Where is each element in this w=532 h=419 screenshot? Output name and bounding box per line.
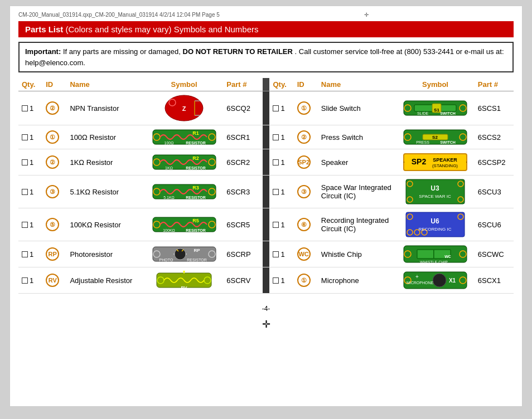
header-symbol: Symbol	[145, 78, 223, 91]
part-right: 6SCU6	[475, 208, 514, 241]
id-left: ⑤	[42, 208, 66, 241]
name-left: 1KΩ Resistor	[66, 149, 144, 176]
divider-cell	[263, 149, 270, 176]
svg-point-69	[175, 249, 186, 260]
name-right: Microphone	[318, 267, 396, 294]
top-bar-text: CM-200_Manual_031914.qxp_CM-200_Manual_0…	[18, 12, 220, 18]
parts-title: Parts List	[25, 25, 63, 34]
parts-title-suffix: (Colors and styles may vary) Symbols and…	[66, 25, 259, 34]
symbol-left: RV	[145, 267, 223, 294]
svg-text:R5: R5	[192, 218, 199, 223]
svg-text:1KΩ: 1KΩ	[165, 166, 173, 170]
header-id: ID	[42, 78, 66, 91]
svg-text:SP2: SP2	[412, 157, 427, 166]
svg-text:RESISTOR: RESISTOR	[186, 228, 206, 232]
name-left: Adjustable Resistor	[66, 267, 144, 294]
svg-text:PHOTO: PHOTO	[159, 258, 173, 262]
symbol-left: 100KΩ RESISTOR R5	[145, 208, 223, 241]
id-right: ⑥	[294, 208, 318, 241]
svg-text:U6: U6	[431, 217, 439, 225]
id-right: ③	[294, 176, 318, 208]
important-label: Important:	[25, 47, 61, 56]
name-left: NPN Transistor	[66, 91, 144, 125]
name-right: Press Switch	[318, 125, 396, 149]
name-left: 5.1KΩ Resistor	[66, 176, 144, 208]
header-qty: Qty.	[18, 78, 42, 91]
svg-text:S2: S2	[432, 135, 438, 140]
svg-text:(STANDING): (STANDING)	[432, 163, 458, 168]
id-right: ①	[294, 267, 318, 294]
qty-right: 1	[269, 91, 293, 125]
svg-text:WHISTLE CHIP: WHISTLE CHIP	[420, 260, 448, 264]
header-qty2: Qty.	[269, 78, 293, 91]
svg-text:100Ω: 100Ω	[164, 141, 173, 145]
page: CM-200_Manual_031914.qxp_CM-200_Manual_0…	[9, 6, 523, 407]
qty-right: 1	[269, 125, 293, 149]
svg-text:MICROPHONE: MICROPHONE	[407, 281, 434, 285]
svg-text:RESISTOR: RESISTOR	[187, 258, 207, 262]
qty-right: 1	[269, 267, 293, 294]
svg-text:Z: Z	[182, 105, 186, 112]
part-right: 6SCSP2	[475, 149, 514, 176]
qty-left: 1	[18, 91, 42, 125]
part-left: 6SCR5	[223, 208, 262, 241]
svg-text:U3: U3	[431, 184, 439, 192]
header-id2: ID	[294, 78, 318, 91]
qty-left: 1	[18, 208, 42, 241]
name-left: Photoresistor	[66, 241, 144, 267]
table-row: 1 RP Photoresistor PHOTO RESISTOR RP 6SC…	[18, 241, 514, 267]
svg-text:R3: R3	[192, 185, 199, 191]
svg-text:RECORDING IC: RECORDING IC	[418, 227, 451, 232]
svg-text:PRESS: PRESS	[416, 140, 429, 144]
qty-right: 1	[269, 208, 293, 241]
cross-bottom: ✛	[18, 318, 514, 330]
qty-left: 1	[18, 125, 42, 149]
id-left: ②	[42, 91, 66, 125]
svg-text:SPACE WAR IC: SPACE WAR IC	[419, 194, 451, 199]
header-part: Part #	[223, 78, 262, 91]
part-right: 6SCU3	[475, 176, 514, 208]
header-name: Name	[66, 78, 144, 91]
svg-text:SPEAKER: SPEAKER	[433, 157, 457, 163]
svg-rect-78	[417, 250, 434, 259]
svg-text:RESISTOR: RESISTOR	[186, 166, 206, 170]
important-text: If any parts are missing or damaged,	[63, 47, 183, 56]
id-left: RP	[42, 241, 66, 267]
name-left: 100Ω Resistor	[66, 125, 144, 149]
divider-cell	[263, 241, 270, 267]
qty-right: 1	[269, 241, 293, 267]
symbol-right: MICROPHONE X1 +	[396, 267, 474, 294]
svg-text:SWITCH: SWITCH	[440, 111, 456, 115]
id-left: ①	[42, 125, 66, 149]
part-right: 6SCS2	[475, 125, 514, 149]
symbol-left: 1KΩ RESISTOR R2	[145, 149, 223, 176]
svg-text:5.1KΩ: 5.1KΩ	[163, 196, 175, 199]
qty-left: 1	[18, 149, 42, 176]
id-right: ①	[294, 91, 318, 125]
important-bold: DO NOT RETURN TO RETAILER	[183, 47, 293, 56]
header-name2: Name	[318, 78, 396, 91]
part-left: 6SCRP	[223, 241, 262, 267]
name-right: Slide Switch	[318, 91, 396, 125]
table-row: 1 RV Adjustable Resistor RV 6SCRV 1 ① Mi…	[18, 267, 514, 294]
id-right: SP2	[294, 149, 318, 176]
name-left: 100KΩ Resistor	[66, 208, 144, 241]
name-right: Whistle Chip	[318, 241, 396, 267]
part-right: 6SCS1	[475, 91, 514, 125]
part-left: 6SCR1	[223, 125, 262, 149]
symbol-right: SP2 SPEAKER (STANDING)	[396, 149, 474, 176]
id-right: WC	[294, 241, 318, 267]
table-row: 1 ③ 5.1KΩ Resistor 5.1KΩ RESISTOR R3 6SC…	[18, 176, 514, 208]
important-box: Important: If any parts are missing or d…	[18, 42, 514, 72]
svg-point-91	[433, 274, 446, 287]
table-header-row: Qty. ID Name Symbol Part # Qty. ID Name …	[18, 78, 514, 91]
part-left: 6SCQ2	[223, 91, 262, 125]
svg-text:RV: RV	[181, 285, 188, 290]
symbol-left: 5.1KΩ RESISTOR R3	[145, 176, 223, 208]
header-part2: Part #	[475, 78, 514, 91]
symbol-right: WC WHISTLE CHIP	[396, 241, 474, 267]
symbol-left: PHOTO RESISTOR RP	[145, 241, 223, 267]
symbol-right: U6 RECORDING IC	[396, 208, 474, 241]
id-left: ③	[42, 176, 66, 208]
name-right: Space War Integrated Circuit (IC)	[318, 176, 396, 208]
